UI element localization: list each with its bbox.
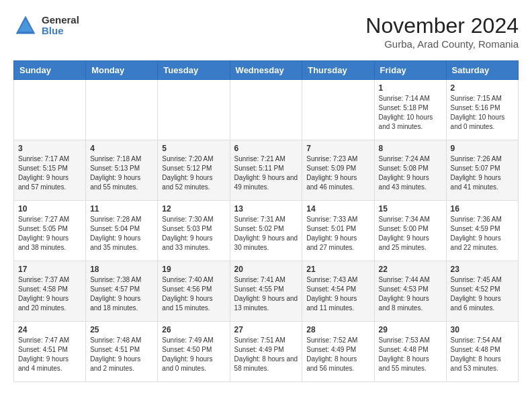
calendar-cell [230, 80, 302, 140]
calendar-cell [302, 80, 374, 140]
week-row-5: 24Sunrise: 7:47 AMSunset: 4:51 PMDayligh… [14, 322, 519, 382]
day-info: Sunrise: 7:18 AMSunset: 5:13 PMDaylight:… [90, 154, 153, 192]
day-number: 9 [451, 144, 514, 153]
calendar-cell: 15Sunrise: 7:34 AMSunset: 5:00 PMDayligh… [374, 201, 446, 261]
day-number: 19 [162, 265, 225, 274]
day-number: 10 [18, 204, 81, 214]
day-number: 22 [379, 265, 442, 274]
location: Gurba, Arad County, Romania [365, 38, 519, 50]
weekday-header-thursday: Thursday [302, 61, 374, 80]
day-info: Sunrise: 7:15 AMSunset: 5:16 PMDaylight:… [451, 94, 514, 132]
day-info: Sunrise: 7:24 AMSunset: 5:08 PMDaylight:… [379, 154, 442, 192]
calendar-cell: 21Sunrise: 7:43 AMSunset: 4:54 PMDayligh… [302, 261, 374, 322]
day-info: Sunrise: 7:40 AMSunset: 4:56 PMDaylight:… [162, 275, 225, 313]
day-number: 27 [234, 325, 298, 334]
logo-text: General Blue [42, 15, 79, 37]
day-number: 1 [379, 83, 442, 93]
calendar-cell: 22Sunrise: 7:44 AMSunset: 4:53 PMDayligh… [374, 261, 446, 322]
day-number: 18 [90, 265, 153, 274]
weekday-header-monday: Monday [86, 61, 158, 80]
logo-blue-text: Blue [42, 26, 79, 37]
calendar-header: SundayMondayTuesdayWednesdayThursdayFrid… [14, 61, 519, 80]
calendar-cell: 20Sunrise: 7:41 AMSunset: 4:55 PMDayligh… [230, 261, 302, 322]
calendar-cell: 16Sunrise: 7:36 AMSunset: 4:59 PMDayligh… [446, 201, 518, 261]
weekday-header-tuesday: Tuesday [158, 61, 230, 80]
day-number: 21 [306, 265, 369, 274]
day-number: 30 [451, 325, 514, 334]
calendar-cell: 8Sunrise: 7:24 AMSunset: 5:08 PMDaylight… [374, 140, 446, 201]
calendar-cell: 28Sunrise: 7:52 AMSunset: 4:49 PMDayligh… [302, 322, 374, 382]
day-info: Sunrise: 7:31 AMSunset: 5:02 PMDaylight:… [234, 215, 298, 253]
day-number: 28 [306, 325, 369, 334]
calendar-table: SundayMondayTuesdayWednesdayThursdayFrid… [13, 60, 519, 382]
calendar-cell: 11Sunrise: 7:28 AMSunset: 5:04 PMDayligh… [86, 201, 158, 261]
day-info: Sunrise: 7:20 AMSunset: 5:12 PMDaylight:… [162, 154, 225, 192]
day-info: Sunrise: 7:47 AMSunset: 4:51 PMDaylight:… [18, 336, 81, 373]
calendar-cell: 19Sunrise: 7:40 AMSunset: 4:56 PMDayligh… [158, 261, 230, 322]
calendar-cell: 6Sunrise: 7:21 AMSunset: 5:11 PMDaylight… [230, 140, 302, 201]
weekday-header-saturday: Saturday [446, 61, 518, 80]
calendar-cell: 9Sunrise: 7:26 AMSunset: 5:07 PMDaylight… [446, 140, 518, 201]
calendar-cell: 12Sunrise: 7:30 AMSunset: 5:03 PMDayligh… [158, 201, 230, 261]
calendar-cell: 23Sunrise: 7:45 AMSunset: 4:52 PMDayligh… [446, 261, 518, 322]
week-row-1: 1Sunrise: 7:14 AMSunset: 5:18 PMDaylight… [14, 80, 519, 140]
weekday-header-wednesday: Wednesday [230, 61, 302, 80]
day-number: 5 [162, 144, 225, 153]
day-number: 20 [234, 265, 298, 274]
calendar-cell: 10Sunrise: 7:27 AMSunset: 5:05 PMDayligh… [14, 201, 86, 261]
calendar-cell: 29Sunrise: 7:53 AMSunset: 4:48 PMDayligh… [374, 322, 446, 382]
calendar-cell: 1Sunrise: 7:14 AMSunset: 5:18 PMDaylight… [374, 80, 446, 140]
week-row-2: 3Sunrise: 7:17 AMSunset: 5:15 PMDaylight… [14, 140, 519, 201]
day-number: 13 [234, 204, 298, 214]
day-info: Sunrise: 7:54 AMSunset: 4:48 PMDaylight:… [451, 336, 514, 373]
day-info: Sunrise: 7:38 AMSunset: 4:57 PMDaylight:… [90, 275, 153, 313]
page-header: General Blue November 2024 Gurba, Arad C… [13, 13, 519, 50]
calendar-cell [158, 80, 230, 140]
calendar-cell: 14Sunrise: 7:33 AMSunset: 5:01 PMDayligh… [302, 201, 374, 261]
calendar-cell: 30Sunrise: 7:54 AMSunset: 4:48 PMDayligh… [446, 322, 518, 382]
day-number: 8 [379, 144, 442, 153]
day-info: Sunrise: 7:44 AMSunset: 4:53 PMDaylight:… [379, 275, 442, 313]
calendar-cell [14, 80, 86, 140]
calendar-body: 1Sunrise: 7:14 AMSunset: 5:18 PMDaylight… [14, 80, 519, 382]
weekday-row: SundayMondayTuesdayWednesdayThursdayFrid… [14, 61, 519, 80]
day-info: Sunrise: 7:28 AMSunset: 5:04 PMDaylight:… [90, 215, 153, 253]
day-number: 23 [451, 265, 514, 274]
logo: General Blue [13, 13, 79, 38]
day-number: 25 [90, 325, 153, 334]
day-info: Sunrise: 7:17 AMSunset: 5:15 PMDaylight:… [18, 154, 81, 192]
logo-general-text: General [42, 15, 79, 26]
day-number: 4 [90, 144, 153, 153]
day-number: 29 [379, 325, 442, 334]
weekday-header-friday: Friday [374, 61, 446, 80]
weekday-header-sunday: Sunday [14, 61, 86, 80]
day-info: Sunrise: 7:26 AMSunset: 5:07 PMDaylight:… [451, 154, 514, 192]
day-info: Sunrise: 7:30 AMSunset: 5:03 PMDaylight:… [162, 215, 225, 253]
day-number: 14 [306, 204, 369, 214]
day-info: Sunrise: 7:14 AMSunset: 5:18 PMDaylight:… [379, 94, 442, 132]
day-info: Sunrise: 7:43 AMSunset: 4:54 PMDaylight:… [306, 275, 369, 313]
day-number: 2 [451, 83, 514, 93]
calendar-cell: 4Sunrise: 7:18 AMSunset: 5:13 PMDaylight… [86, 140, 158, 201]
day-number: 3 [18, 144, 81, 153]
day-info: Sunrise: 7:34 AMSunset: 5:00 PMDaylight:… [379, 215, 442, 253]
calendar-cell: 26Sunrise: 7:49 AMSunset: 4:50 PMDayligh… [158, 322, 230, 382]
day-info: Sunrise: 7:45 AMSunset: 4:52 PMDaylight:… [451, 275, 514, 313]
day-number: 26 [162, 325, 225, 334]
calendar-cell: 2Sunrise: 7:15 AMSunset: 5:16 PMDaylight… [446, 80, 518, 140]
day-number: 17 [18, 265, 81, 274]
day-info: Sunrise: 7:53 AMSunset: 4:48 PMDaylight:… [379, 336, 442, 373]
title-block: November 2024 Gurba, Arad County, Romani… [365, 13, 519, 50]
day-number: 12 [162, 204, 225, 214]
calendar-cell: 13Sunrise: 7:31 AMSunset: 5:02 PMDayligh… [230, 201, 302, 261]
calendar-cell: 7Sunrise: 7:23 AMSunset: 5:09 PMDaylight… [302, 140, 374, 201]
calendar-cell: 27Sunrise: 7:51 AMSunset: 4:49 PMDayligh… [230, 322, 302, 382]
day-info: Sunrise: 7:23 AMSunset: 5:09 PMDaylight:… [306, 154, 369, 192]
day-info: Sunrise: 7:37 AMSunset: 4:58 PMDaylight:… [18, 275, 81, 313]
day-info: Sunrise: 7:36 AMSunset: 4:59 PMDaylight:… [451, 215, 514, 253]
calendar-cell: 5Sunrise: 7:20 AMSunset: 5:12 PMDaylight… [158, 140, 230, 201]
month-title: November 2024 [365, 13, 519, 38]
day-info: Sunrise: 7:49 AMSunset: 4:50 PMDaylight:… [162, 336, 225, 373]
logo-icon [13, 13, 38, 38]
calendar-cell [86, 80, 158, 140]
